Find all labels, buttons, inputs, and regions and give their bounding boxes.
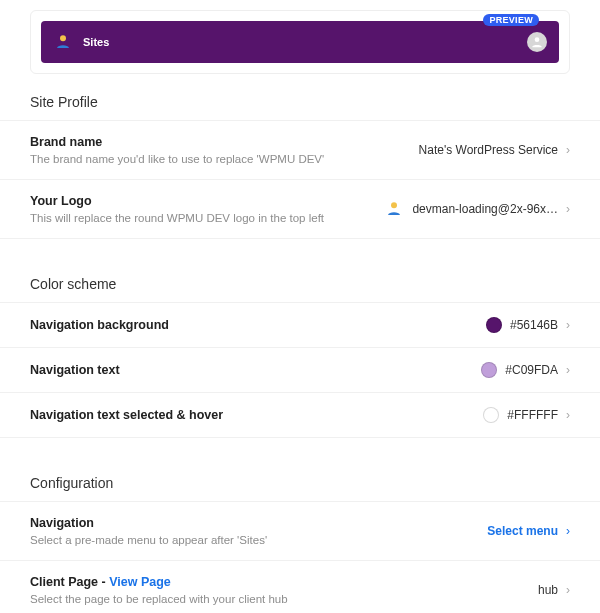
- chevron-right-icon: ›: [566, 583, 570, 597]
- section-heading-configuration: Configuration: [30, 475, 570, 491]
- row-desc: The brand name you'd like to use to repl…: [30, 153, 419, 165]
- svg-point-0: [60, 35, 66, 41]
- color-swatch: [481, 362, 497, 378]
- row-value: devman-loading@2x-96x…: [412, 202, 558, 216]
- row-value: #C09FDA: [505, 363, 558, 377]
- row-nav-text[interactable]: Navigation text #C09FDA ›: [0, 347, 600, 392]
- row-value: #56146B: [510, 318, 558, 332]
- preview-nav-bar: Sites: [41, 21, 559, 63]
- row-value: hub: [538, 583, 558, 597]
- row-desc: Select a pre-made menu to appear after '…: [30, 534, 487, 546]
- section-heading-site-profile: Site Profile: [30, 94, 570, 110]
- row-desc: This will replace the round WPMU DEV log…: [30, 212, 384, 224]
- row-value: Nate's WordPress Service: [419, 143, 558, 157]
- color-swatch: [486, 317, 502, 333]
- row-brand-name[interactable]: Brand name The brand name you'd like to …: [0, 120, 600, 179]
- svg-point-2: [391, 202, 397, 208]
- chevron-right-icon: ›: [566, 524, 570, 538]
- row-value: #FFFFFF: [507, 408, 558, 422]
- svg-point-1: [535, 37, 540, 42]
- row-title: Brand name: [30, 135, 419, 149]
- row-title: Navigation background: [30, 318, 486, 332]
- row-title: Your Logo: [30, 194, 384, 208]
- chevron-right-icon: ›: [566, 408, 570, 422]
- chevron-right-icon: ›: [566, 318, 570, 332]
- select-menu-link[interactable]: Select menu: [487, 524, 558, 538]
- row-client-page[interactable]: Client Page - View Page Select the page …: [0, 560, 600, 613]
- chevron-right-icon: ›: [566, 143, 570, 157]
- row-your-logo[interactable]: Your Logo This will replace the round WP…: [0, 179, 600, 238]
- chevron-right-icon: ›: [566, 202, 570, 216]
- color-swatch: [483, 407, 499, 423]
- avatar-icon[interactable]: [527, 32, 547, 52]
- row-nav-background[interactable]: Navigation background #56146B ›: [0, 302, 600, 347]
- section-heading-color-scheme: Color scheme: [30, 276, 570, 292]
- preview-badge: PREVIEW: [483, 14, 539, 26]
- brand-logo-icon: [53, 32, 73, 52]
- row-desc: Select the page to be replaced with your…: [30, 593, 538, 605]
- row-title-prefix: Client Page -: [30, 575, 109, 589]
- preview-nav-title: Sites: [83, 36, 527, 48]
- row-title: Navigation: [30, 516, 487, 530]
- chevron-right-icon: ›: [566, 363, 570, 377]
- view-page-link[interactable]: View Page: [109, 575, 171, 589]
- row-title: Navigation text selected & hover: [30, 408, 483, 422]
- row-title: Client Page - View Page: [30, 575, 538, 589]
- preview-card: PREVIEW Sites: [30, 10, 570, 74]
- row-nav-text-selected[interactable]: Navigation text selected & hover #FFFFFF…: [0, 392, 600, 437]
- logo-thumbnail-icon: [384, 199, 404, 219]
- row-navigation[interactable]: Navigation Select a pre-made menu to app…: [0, 501, 600, 560]
- row-title: Navigation text: [30, 363, 481, 377]
